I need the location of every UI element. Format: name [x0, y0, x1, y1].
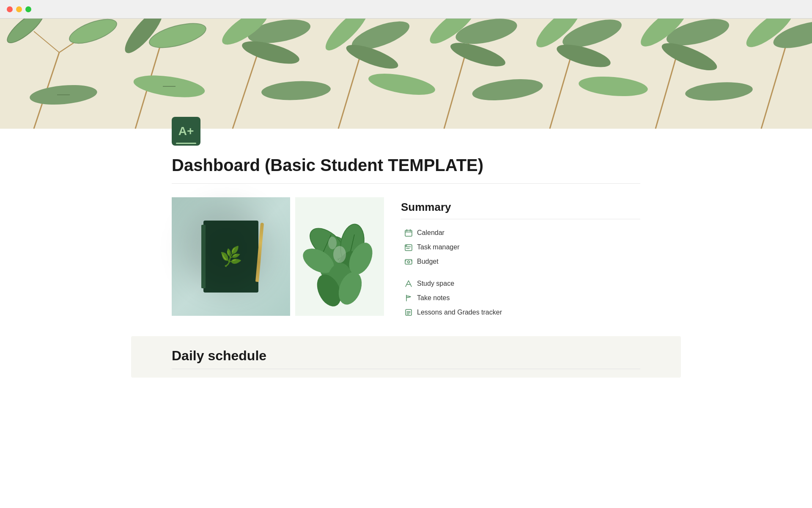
svg-point-6 [3, 19, 48, 48]
notes-icon [404, 294, 413, 302]
budget-icon [404, 257, 413, 266]
svg-point-25 [560, 19, 625, 53]
content-wrapper: A+ Dashboard (Basic Student TEMPLATE) 🌿 [131, 117, 681, 378]
window-chrome [0, 0, 812, 19]
daily-schedule-section: Daily schedule [131, 336, 681, 378]
svg-point-34 [741, 19, 798, 53]
svg-point-39 [471, 76, 544, 104]
svg-point-26 [531, 19, 585, 53]
page-title: Dashboard (Basic Student TEMPLATE) [172, 152, 640, 183]
close-button[interactable] [7, 6, 13, 12]
summary-item-calendar[interactable]: Calendar [401, 226, 640, 240]
svg-line-1 [34, 52, 59, 129]
page-icon: A+ [172, 117, 200, 146]
calendar-icon [404, 229, 413, 237]
svg-point-13 [246, 19, 312, 47]
images-group: 🌿 [172, 197, 384, 316]
summary-item-lessons-grades[interactable]: Lessons and Grades tracker [401, 306, 640, 319]
svg-point-29 [664, 19, 732, 51]
summary-title: Summary [401, 201, 640, 214]
svg-point-5 [67, 19, 119, 48]
svg-point-71 [408, 261, 410, 263]
svg-point-18 [321, 19, 373, 55]
study-icon [404, 279, 413, 288]
summary-item-take-notes[interactable]: Take notes [401, 291, 640, 305]
svg-rect-63 [405, 230, 412, 236]
page-icon-text: A+ [178, 124, 194, 138]
svg-line-3 [34, 31, 59, 52]
take-notes-label: Take notes [417, 294, 450, 302]
study-space-label: Study space [417, 280, 454, 287]
summary-item-budget[interactable]: Budget [401, 255, 640, 268]
daily-schedule-divider [172, 369, 640, 369]
task-manager-label: Task manager [417, 243, 460, 251]
notebook-illustration: 🌿 [203, 221, 258, 293]
maximize-button[interactable] [25, 6, 31, 12]
svg-point-11 [120, 19, 168, 58]
svg-point-40 [578, 74, 648, 99]
banner-image [0, 19, 812, 129]
svg-line-12 [233, 40, 262, 129]
summary-list: Calendar Task manager [401, 226, 640, 319]
svg-point-19 [344, 40, 401, 73]
main-content-grid: 🌿 [172, 197, 640, 319]
minimize-button[interactable] [16, 6, 22, 12]
svg-point-10 [148, 19, 208, 52]
title-divider [172, 183, 640, 184]
summary-gap [401, 269, 640, 276]
svg-point-4 [66, 19, 120, 49]
summary-section: Summary Calendar [401, 197, 640, 319]
svg-point-15 [240, 37, 302, 69]
svg-point-61 [333, 246, 346, 263]
svg-line-28 [656, 41, 681, 129]
svg-line-32 [761, 43, 787, 129]
svg-point-27 [554, 40, 613, 72]
daily-schedule-title: Daily schedule [172, 348, 640, 364]
svg-point-17 [348, 19, 413, 55]
svg-line-16 [338, 44, 364, 129]
task-icon [404, 243, 413, 251]
svg-point-23 [448, 38, 508, 71]
svg-line-20 [444, 40, 469, 129]
svg-point-31 [659, 38, 720, 76]
svg-line-8 [135, 44, 161, 129]
lessons-grades-label: Lessons and Grades tracker [417, 309, 502, 316]
svg-point-41 [685, 80, 754, 102]
calendar-label: Calendar [417, 229, 444, 237]
svg-point-7 [4, 19, 47, 47]
svg-rect-0 [0, 19, 812, 129]
svg-point-21 [453, 19, 519, 49]
budget-label: Budget [417, 258, 439, 265]
notebook-image: 🌿 [172, 197, 290, 316]
summary-item-study-space[interactable]: Study space [401, 277, 640, 290]
svg-line-24 [550, 42, 575, 129]
svg-rect-75 [406, 309, 411, 315]
svg-point-9 [146, 19, 209, 53]
svg-point-14 [217, 19, 273, 50]
svg-point-35 [29, 83, 98, 107]
svg-point-37 [261, 80, 331, 102]
svg-line-2 [59, 36, 85, 52]
svg-point-33 [771, 19, 812, 53]
grades-icon [404, 308, 413, 317]
notebook-leaf-decor: 🌿 [219, 245, 243, 268]
svg-rect-70 [405, 260, 412, 264]
svg-point-22 [425, 19, 480, 49]
svg-point-38 [367, 69, 437, 99]
leaves-image [295, 197, 384, 316]
svg-point-30 [635, 19, 692, 52]
svg-point-36 [132, 72, 206, 101]
svg-point-62 [328, 237, 337, 249]
summary-item-task-manager[interactable]: Task manager [401, 240, 640, 254]
summary-divider [401, 219, 640, 219]
